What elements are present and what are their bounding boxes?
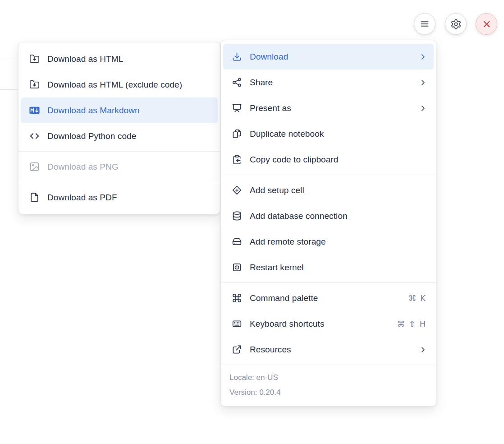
background-divider: [0, 89, 18, 90]
database-icon: [232, 211, 242, 221]
main-menu: DownloadSharePresent asDuplicate noteboo…: [220, 40, 436, 407]
menu-item-add-setup-cell[interactable]: Add setup cell: [223, 177, 434, 203]
menu-item-keyboard-shortcuts[interactable]: Keyboard shortcuts⌘⇧H: [223, 311, 434, 337]
menu-separator: [221, 282, 436, 283]
shortcut-key: ⌘: [397, 319, 405, 328]
menu-item-label: Share: [250, 78, 418, 88]
menu-item-resources[interactable]: Resources: [223, 337, 434, 362]
menu-item-label: Download Python code: [47, 131, 211, 141]
menu-item-label: Keyboard shortcuts: [250, 319, 397, 329]
menu-item-label: Download as PDF: [47, 193, 211, 203]
image-icon: [29, 162, 40, 172]
menu-item-label: Download as Markdown: [47, 106, 211, 116]
close-icon: [481, 19, 492, 29]
menu-item-share[interactable]: Share: [223, 69, 434, 95]
menu-item-label: Add database connection: [250, 211, 427, 221]
menu-item-download-python-code[interactable]: Download Python code: [21, 123, 218, 149]
chevron-right-icon: [418, 104, 427, 113]
keyboard-icon: [232, 319, 242, 329]
shortcut-key: ⇧: [409, 319, 416, 328]
menu-item-label: Add remote storage: [250, 237, 427, 247]
menu-item-label: Download as PNG: [47, 162, 211, 172]
menu-button[interactable]: [414, 13, 435, 35]
version-text: Version: 0.20.4: [229, 385, 427, 400]
app-stage: Download as HTMLDownload as HTML (exclud…: [0, 0, 504, 444]
locale-text: Locale: en-US: [229, 370, 427, 385]
share-icon: [232, 77, 242, 88]
menu-item-label: Present as: [250, 103, 418, 113]
command-icon: [232, 293, 242, 303]
settings-button[interactable]: [445, 13, 467, 35]
menu-item-label: Download as HTML: [47, 54, 211, 64]
shortcut-key: K: [421, 294, 426, 303]
download-submenu: Download as HTMLDownload as HTML (exclud…: [18, 42, 220, 214]
menu-item-label: Command palette: [250, 293, 408, 303]
chevron-right-icon: [418, 78, 427, 87]
power-square-icon: [232, 262, 242, 273]
download-icon: [232, 51, 242, 62]
gear-icon: [450, 18, 462, 30]
menu-separator: [221, 175, 436, 175]
shortcut-hint: ⌘⇧H: [397, 319, 426, 328]
chevron-right-icon: [418, 345, 427, 354]
shortcut-key: ⌘: [408, 294, 417, 303]
menu-item-add-database-connection[interactable]: Add database connection: [223, 203, 434, 229]
menu-item-restart-kernel[interactable]: Restart kernel: [223, 254, 434, 280]
menu-item-label: Download: [250, 52, 418, 62]
duplicate-icon: [232, 129, 242, 139]
menu-item-copy-code-to-clipboard[interactable]: Copy code to clipboard: [223, 147, 434, 172]
menu-item-download-as-markdown[interactable]: Download as Markdown: [21, 97, 218, 123]
menu-item-label: Restart kernel: [250, 263, 427, 273]
menu-separator: [18, 151, 220, 152]
code-icon: [29, 131, 40, 141]
markdown-icon: [29, 105, 40, 116]
folder-down-icon: [29, 79, 40, 90]
menu-item-label: Download as HTML (exclude code): [47, 80, 211, 90]
menu-item-duplicate-notebook[interactable]: Duplicate notebook: [223, 121, 434, 147]
presentation-icon: [232, 103, 242, 113]
menu-item-download[interactable]: Download: [223, 44, 434, 69]
menu-item-add-remote-storage[interactable]: Add remote storage: [223, 229, 434, 254]
external-link-icon: [232, 344, 242, 355]
chevron-right-icon: [418, 52, 427, 61]
menu-item-download-as-html[interactable]: Download as HTML: [21, 46, 218, 72]
close-button[interactable]: [476, 13, 497, 35]
file-icon: [29, 192, 40, 203]
menu-item-label: Copy code to clipboard: [250, 155, 427, 165]
shortcut-key: H: [420, 319, 426, 328]
menu-item-command-palette[interactable]: Command palette⌘K: [223, 285, 434, 311]
clipboard-copy-icon: [232, 154, 242, 165]
menu-separator: [18, 182, 220, 182]
menu-item-download-as-png: Download as PNG: [21, 154, 218, 180]
background-divider: [0, 59, 18, 59]
folder-down-icon: [29, 54, 40, 64]
diamond-plus-icon: [232, 185, 242, 195]
menu-item-label: Resources: [250, 345, 418, 355]
menu-item-label: Duplicate notebook: [250, 129, 427, 139]
hard-drive-icon: [232, 236, 242, 247]
menu-footer: Locale: en-US Version: 0.20.4: [221, 365, 436, 406]
menu-item-present-as[interactable]: Present as: [223, 95, 434, 121]
menu-item-download-as-html-exclude-code[interactable]: Download as HTML (exclude code): [21, 72, 218, 97]
menu-item-label: Add setup cell: [250, 185, 427, 195]
hamburger-icon: [419, 18, 430, 29]
menu-item-download-as-pdf[interactable]: Download as PDF: [21, 185, 218, 210]
shortcut-hint: ⌘K: [408, 294, 426, 303]
